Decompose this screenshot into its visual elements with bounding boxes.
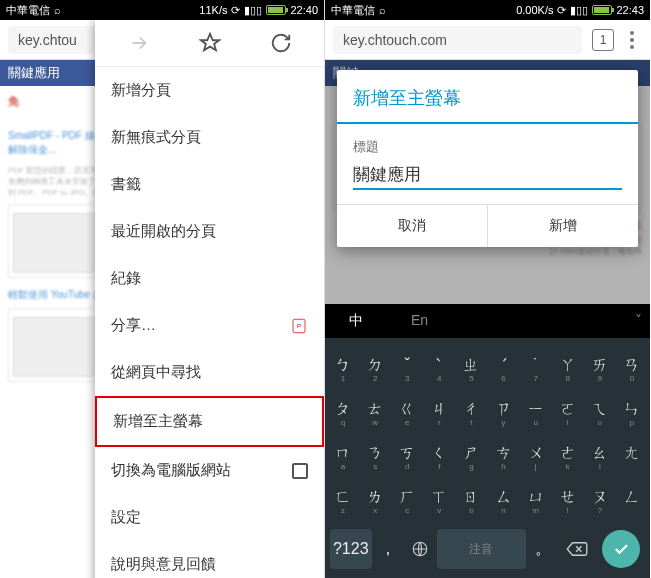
url-input[interactable]: key.chtouch.com (333, 26, 582, 54)
key-symbols[interactable]: ?123 (330, 529, 372, 569)
key-globe[interactable] (405, 529, 435, 569)
menu-button[interactable] (622, 31, 642, 49)
lang-en-tab[interactable]: En (387, 304, 452, 338)
key-ㄜ[interactable]: ㄜk (553, 433, 583, 473)
key-ㄍ[interactable]: ㄍe (392, 389, 422, 429)
key-ㄥ[interactable]: ㄥ (617, 477, 647, 517)
keyboard: 中 En ˅ ㄅ1ㄉ2ˇ3ˋ4ㄓ5ˊ6˙7ㄚ8ㄞ9ㄢ0ㄆqㄊwㄍeㄐrㄔtㄗyㄧ… (325, 304, 650, 578)
sync-icon: ⟳ (231, 4, 240, 17)
key-ㄕ[interactable]: ㄕg (456, 433, 486, 473)
key-ㄚ[interactable]: ㄚ8 (553, 345, 583, 385)
key-ㄓ[interactable]: ㄓ5 (456, 345, 486, 385)
key-ㄘ[interactable]: ㄘh (488, 433, 518, 473)
key-ㄋ[interactable]: ㄋs (360, 433, 390, 473)
key-ㄙ[interactable]: ㄙn (488, 477, 518, 517)
chrome-menu: 新增分頁 新無痕式分頁 書籤 最近開啟的分頁 紀錄 分享… P 從網頁中尋找 新… (95, 20, 324, 578)
menu-history[interactable]: 紀錄 (95, 255, 324, 302)
menu-desktop-site[interactable]: 切換為電腦版網站 (95, 447, 324, 494)
key-period[interactable]: 。 (528, 529, 558, 569)
add-to-homescreen-dialog: 新增至主螢幕 標題 取消 新增 (337, 70, 638, 247)
key-ㄖ[interactable]: ㄖb (456, 477, 486, 517)
key-ㄢ[interactable]: ㄢ0 (617, 345, 647, 385)
check-icon (612, 540, 630, 558)
dialog-label: 標題 (353, 138, 622, 156)
key-ㄈ[interactable]: ㄈz (328, 477, 358, 517)
voicemail-icon: ⌕ (379, 4, 386, 16)
menu-share[interactable]: 分享… P (95, 302, 324, 349)
key-ㄉ[interactable]: ㄉ2 (360, 345, 390, 385)
collapse-icon[interactable]: ˅ (635, 312, 642, 328)
key-ㄔ[interactable]: ㄔt (456, 389, 486, 429)
key-ㄏ[interactable]: ㄏc (392, 477, 422, 517)
key-ㄇ[interactable]: ㄇa (328, 433, 358, 473)
key-ˊ[interactable]: ˊ6 (488, 345, 518, 385)
menu-recent-tabs[interactable]: 最近開啟的分頁 (95, 208, 324, 255)
speed-label: 0.00K/s (516, 4, 553, 16)
key-ㄩ[interactable]: ㄩm (521, 477, 551, 517)
menu-incognito[interactable]: 新無痕式分頁 (95, 114, 324, 161)
menu-new-tab[interactable]: 新增分頁 (95, 67, 324, 114)
key-backspace[interactable] (559, 529, 595, 569)
lang-zh-tab[interactable]: 中 (325, 304, 387, 338)
menu-help[interactable]: 說明與意見回饋 (95, 541, 324, 578)
carrier-label: 中華電信 (331, 3, 375, 18)
key-ㄤ[interactable]: ㄤ (617, 433, 647, 473)
tab-count[interactable]: 1 (592, 29, 614, 51)
signal-icon: ▮▯▯ (570, 4, 588, 17)
backspace-icon (566, 541, 588, 557)
battery-icon (266, 5, 286, 15)
star-icon[interactable] (199, 32, 221, 54)
carrier-label: 中華電信 (6, 3, 50, 18)
key-ㄗ[interactable]: ㄗy (488, 389, 518, 429)
phone-left: 中華電信 ⌕ 11K/s ⟳ ▮▯▯ 22:40 key.chtou 關鍵應用 … (0, 0, 325, 578)
key-enter[interactable] (602, 530, 640, 568)
key-ㄧ[interactable]: ㄧu (521, 389, 551, 429)
sync-icon: ⟳ (557, 4, 566, 17)
battery-icon (592, 5, 612, 15)
key-ㄒ[interactable]: ㄒv (424, 477, 454, 517)
key-comma[interactable]: ， (374, 529, 404, 569)
speed-label: 11K/s (199, 4, 227, 16)
key-˙[interactable]: ˙7 (521, 345, 551, 385)
menu-settings[interactable]: 設定 (95, 494, 324, 541)
menu-bookmarks[interactable]: 書籤 (95, 161, 324, 208)
pdf-icon: P (290, 317, 308, 335)
key-ㄑ[interactable]: ㄑf (424, 433, 454, 473)
key-ㄅ[interactable]: ㄅ1 (328, 345, 358, 385)
key-ㄞ[interactable]: ㄞ9 (585, 345, 615, 385)
key-ㄟ[interactable]: ㄟo (585, 389, 615, 429)
key-ㄌ[interactable]: ㄌx (360, 477, 390, 517)
confirm-button[interactable]: 新增 (488, 205, 638, 247)
forward-icon[interactable] (128, 32, 150, 54)
dialog-title: 新增至主螢幕 (337, 70, 638, 124)
key-ˇ[interactable]: ˇ3 (392, 345, 422, 385)
key-ㄐ[interactable]: ㄐr (424, 389, 454, 429)
signal-icon: ▮▯▯ (244, 4, 262, 17)
key-ㄡ[interactable]: ㄡ? (585, 477, 615, 517)
time-label: 22:40 (290, 4, 318, 16)
key-ㄨ[interactable]: ㄨj (521, 433, 551, 473)
checkbox-icon[interactable] (292, 463, 308, 479)
svg-text:P: P (297, 323, 301, 329)
status-bar: 中華電信 ⌕ 11K/s ⟳ ▮▯▯ 22:40 (0, 0, 324, 20)
key-ㄊ[interactable]: ㄊw (360, 389, 390, 429)
title-input[interactable] (353, 160, 622, 190)
key-ㄝ[interactable]: ㄝ! (553, 477, 583, 517)
voicemail-icon: ⌕ (54, 4, 61, 16)
menu-add-to-homescreen[interactable]: 新增至主螢幕 (95, 396, 324, 447)
cancel-button[interactable]: 取消 (337, 205, 488, 247)
key-ˋ[interactable]: ˋ4 (424, 345, 454, 385)
key-ㄆ[interactable]: ㄆq (328, 389, 358, 429)
key-space[interactable]: 注音 (437, 529, 526, 569)
address-bar: key.chtouch.com 1 (325, 20, 650, 60)
key-ㄣ[interactable]: ㄣp (617, 389, 647, 429)
key-ㄠ[interactable]: ㄠl (585, 433, 615, 473)
menu-find[interactable]: 從網頁中尋找 (95, 349, 324, 396)
globe-icon (411, 540, 429, 558)
status-bar: 中華電信 ⌕ 0.00K/s ⟳ ▮▯▯ 22:43 (325, 0, 650, 20)
key-ㄛ[interactable]: ㄛi (553, 389, 583, 429)
time-label: 22:43 (616, 4, 644, 16)
phone-right: 中華電信 ⌕ 0.00K/s ⟳ ▮▯▯ 22:43 key.chtouch.c… (325, 0, 650, 578)
key-ㄎ[interactable]: ㄎd (392, 433, 422, 473)
reload-icon[interactable] (270, 32, 292, 54)
